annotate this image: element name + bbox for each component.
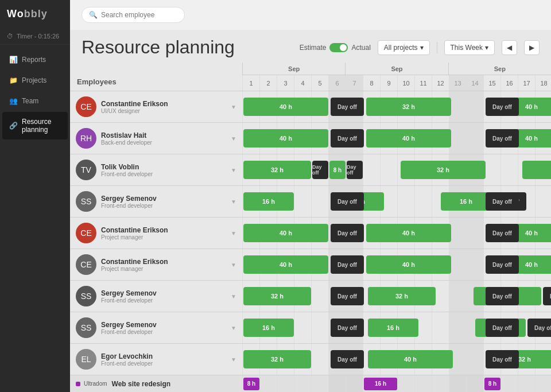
day-off-block[interactable]: Day off	[486, 319, 519, 337]
employee-info: Tolik Voblin Front-end developer	[101, 163, 226, 177]
divider	[437, 42, 437, 53]
main-area: 🔍 Resource planning Estimate Actual All …	[70, 0, 551, 392]
day-off-block[interactable]: Day off	[347, 161, 363, 179]
hours-block[interactable]: 32 h	[243, 161, 311, 179]
expand-icon[interactable]: ▼	[231, 325, 236, 331]
hours-block[interactable]: 32 h	[522, 161, 551, 179]
next-week-button[interactable]: ▶	[524, 40, 540, 55]
day-off-block[interactable]: Day off	[486, 98, 519, 116]
hours-block[interactable]: 16 h	[243, 319, 294, 337]
prev-week-button[interactable]: ◀	[502, 40, 517, 55]
project-block[interactable]: 8 h	[484, 378, 500, 390]
sidebar-item-projects[interactable]: 📁 Projects	[2, 71, 68, 90]
hours-block[interactable]: 40 h	[366, 255, 451, 274]
avatar: CE	[76, 223, 96, 243]
hours-block[interactable]: 40 h	[243, 224, 328, 242]
chevron-down-icon2: ▾	[485, 44, 488, 52]
day-off-block[interactable]: Day off	[331, 319, 364, 337]
day-off-block[interactable]: Day off	[331, 224, 364, 242]
hours-block[interactable]: 40 h	[366, 129, 451, 148]
hours-block[interactable]: 16 h	[441, 192, 491, 211]
row-blocks: 40 h Day off 40 h Day off 40 h Day off	[243, 255, 551, 274]
expand-icon[interactable]: ▼	[231, 167, 236, 173]
cal-row-5: 40 h Day off 40 h Day off 40 h Day off	[242, 218, 551, 249]
day-off-block[interactable]: Day off	[331, 129, 364, 148]
day-cell: 3	[277, 75, 294, 91]
search-icon: 🔍	[89, 11, 98, 19]
search-box[interactable]: 🔍	[82, 7, 185, 23]
hours-block[interactable]: 32 h	[243, 287, 311, 305]
all-projects-button[interactable]: All projects ▾	[378, 40, 430, 55]
hours-block[interactable]: 16 h	[243, 192, 294, 211]
this-week-button[interactable]: This Week ▾	[444, 40, 495, 55]
chevron-down-icon: ▾	[420, 44, 424, 52]
project-block[interactable]: 8 h	[243, 378, 259, 390]
employee-name: Sergey Semenov	[101, 195, 226, 203]
search-input[interactable]	[101, 11, 177, 19]
day-off-block[interactable]: Day off	[486, 350, 519, 368]
estimate-toggle-group: Estimate Actual	[300, 43, 371, 52]
employee-name: Sergey Semenov	[101, 289, 226, 297]
expand-icon[interactable]: ▼	[231, 356, 236, 363]
hours-block[interactable]: 40 h	[243, 255, 328, 274]
employee-info: Constantine Erikson Project manager	[101, 226, 226, 240]
resource-planning-icon: 🔗	[9, 122, 17, 130]
hours-block[interactable]: 32 h	[366, 98, 451, 116]
expand-icon[interactable]: ▼	[231, 135, 236, 142]
month-cell-sep2: Sep	[345, 63, 448, 75]
avatar: RH	[76, 128, 96, 149]
legend-text: Ultradom	[84, 381, 107, 387]
estimate-actual-toggle[interactable]	[329, 43, 348, 52]
expand-icon[interactable]: ▼	[231, 199, 236, 205]
day-cell: 8	[363, 75, 380, 91]
employee-role: UI/UX designer	[101, 108, 226, 114]
hours-block[interactable]: 16 h	[368, 319, 418, 337]
legend-project: Web site redesign	[112, 380, 170, 388]
sidebar-item-reports[interactable]: 📊 Reports	[2, 50, 68, 69]
sub-row-blocks: 8 h	[243, 378, 259, 390]
employee-role: Front-end developer	[101, 360, 226, 367]
expand-icon[interactable]: ▼	[231, 262, 236, 268]
hours-block[interactable]: 32 h	[401, 161, 486, 179]
avatar: TV	[76, 160, 96, 180]
projects-icon: 📁	[9, 76, 17, 84]
day-off-block[interactable]: Day off	[331, 287, 364, 305]
day-off-block[interactable]: Day off	[527, 319, 551, 337]
sidebar: Wobbly ⏱ Timer - 0:15:26 📊 Reports 📁 Pro…	[0, 0, 70, 392]
day-off-block[interactable]: Day off	[486, 129, 519, 148]
day-cell: 16	[500, 75, 518, 91]
day-off-block[interactable]: Day off	[331, 98, 364, 116]
employee-name: Egor Levochkin	[101, 352, 226, 360]
day-off-block[interactable]: Day off	[312, 161, 328, 179]
estimate-label: Estimate	[300, 44, 327, 52]
sidebar-item-team[interactable]: 👥 Team	[2, 91, 68, 111]
day-off-block[interactable]: Day off	[486, 224, 519, 242]
day-off-block[interactable]: Day off	[331, 255, 364, 274]
hours-block[interactable]: 40 h	[243, 98, 328, 116]
row-blocks: 40 h Day off 40 h Day off 40 h Day off	[243, 129, 550, 148]
hours-block[interactable]: 8 h	[329, 161, 346, 179]
employee-info: Sergey Semenov Front-end developer	[101, 289, 226, 304]
employee-role: Project manager	[101, 234, 226, 240]
hours-block[interactable]: 32 h	[368, 287, 436, 305]
expand-icon[interactable]: ▼	[231, 230, 236, 236]
sidebar-item-resource-planning[interactable]: 🔗 Resource planning	[2, 112, 68, 139]
expand-icon[interactable]: ▼	[231, 104, 236, 110]
day-off-block[interactable]: Day off	[331, 350, 364, 368]
hours-block[interactable]: 32 h	[243, 350, 311, 368]
hours-block[interactable]: 40 h	[243, 129, 328, 148]
employee-role: Back-end developer	[101, 139, 226, 146]
day-off-block[interactable]: Day off	[486, 192, 519, 211]
day-off-block[interactable]: Day off	[486, 255, 519, 274]
avatar: CE	[76, 96, 96, 117]
timer-icon: ⏱	[7, 33, 13, 40]
day-off-block[interactable]: Day off	[486, 287, 519, 305]
day-cell: 15	[483, 75, 500, 91]
hours-block[interactable]: 40 h	[366, 224, 451, 242]
day-off-block[interactable]: Day off	[331, 192, 364, 211]
hours-block[interactable]: 40 h	[368, 350, 453, 368]
project-block[interactable]: 16 h	[364, 378, 397, 390]
expand-icon[interactable]: ▼	[231, 293, 236, 300]
day-off-block[interactable]: Day off	[543, 287, 551, 305]
employee-info: Constantine Erikson Project manager	[101, 258, 226, 272]
